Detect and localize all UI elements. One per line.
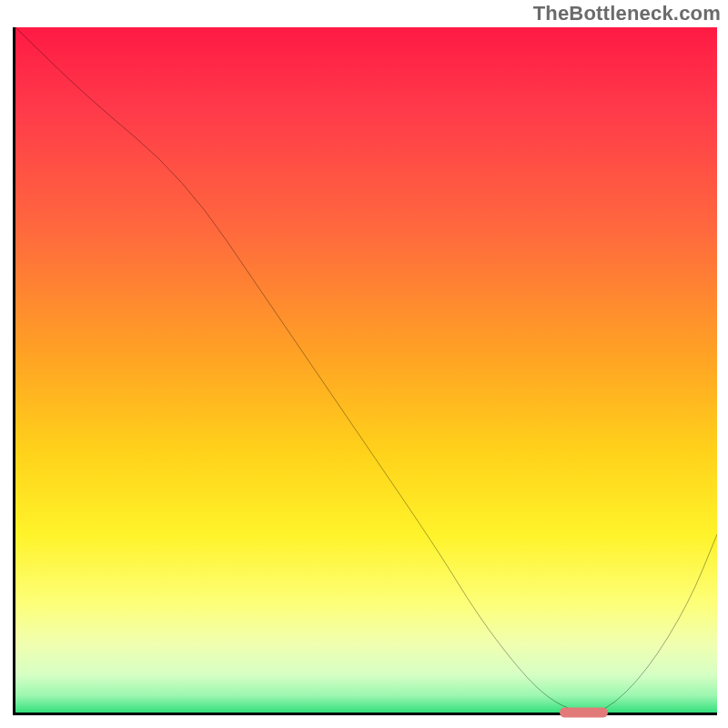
plot-area (13, 27, 717, 715)
chart-frame: TheBottleneck.com (0, 0, 728, 728)
background-rect (15, 27, 717, 713)
watermark-text: TheBottleneck.com (533, 2, 721, 25)
plot-svg (15, 27, 717, 713)
optimal-range-marker (560, 708, 609, 718)
